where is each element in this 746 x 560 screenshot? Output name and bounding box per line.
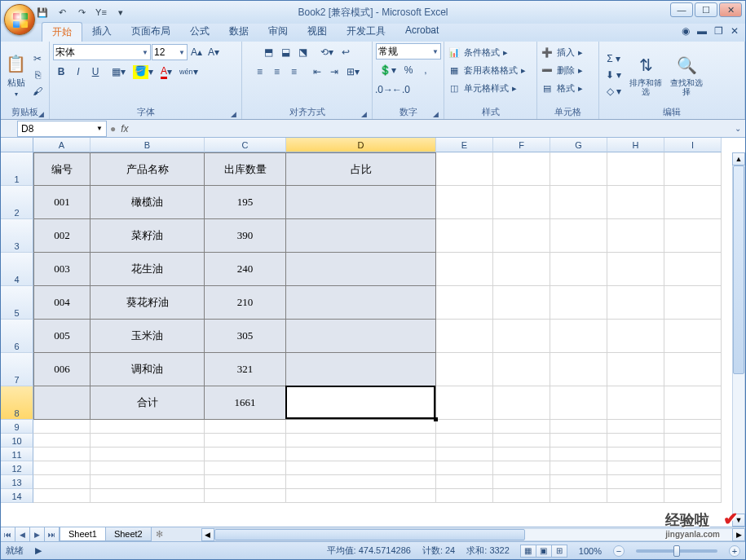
ribbon-tab-2[interactable]: 页面布局 [121, 22, 180, 42]
office-button[interactable] [4, 4, 35, 35]
cell[interactable] [550, 286, 607, 320]
doc-close-icon[interactable]: ✕ [729, 25, 740, 37]
cell[interactable] [493, 489, 550, 503]
name-box[interactable]: D8▼ [17, 121, 107, 137]
select-all-corner[interactable] [1, 138, 33, 152]
cell[interactable] [33, 448, 90, 461]
cell[interactable] [664, 475, 722, 489]
row-header[interactable]: 14 [1, 489, 33, 503]
formula-bar-expand-icon[interactable]: ⌄ [731, 124, 745, 133]
cell[interactable] [664, 461, 722, 475]
row-header[interactable]: 7 [1, 353, 33, 386]
row-header[interactable]: 2 [1, 186, 33, 219]
wrap-text-icon[interactable]: ↩ [338, 44, 354, 60]
cell[interactable]: 葵花籽油 [90, 286, 205, 320]
cell[interactable] [493, 386, 550, 420]
cell[interactable]: 195 [205, 186, 286, 219]
sheet-tab[interactable]: Sheet2 [105, 527, 152, 541]
close-button[interactable]: ✕ [719, 2, 742, 17]
zoom-slider[interactable] [636, 549, 717, 553]
row-header[interactable]: 6 [1, 320, 33, 353]
cell[interactable] [493, 448, 550, 461]
clear-icon[interactable]: ◇ ▾ [603, 83, 625, 99]
tab-nav-last-icon[interactable]: ⏭ [45, 527, 60, 541]
cell[interactable] [607, 286, 664, 320]
cell[interactable] [664, 253, 722, 286]
doc-restore-icon[interactable]: ❐ [713, 25, 724, 37]
fill-color-button[interactable]: 🪣▾ [130, 64, 157, 80]
align-bottom-icon[interactable]: ⬔ [294, 44, 311, 60]
cell[interactable] [493, 219, 550, 253]
cell[interactable] [607, 353, 664, 386]
cell[interactable] [493, 475, 550, 489]
view-normal-icon[interactable]: ▦ [520, 545, 536, 558]
cell[interactable]: 调和油 [90, 353, 205, 386]
view-layout-icon[interactable]: ▣ [536, 545, 552, 558]
cell[interactable] [436, 448, 493, 461]
cell[interactable]: 花生油 [90, 253, 205, 286]
formula-input[interactable] [134, 121, 731, 136]
cell[interactable]: 004 [33, 286, 90, 320]
cell[interactable] [286, 186, 436, 219]
cell[interactable] [33, 386, 90, 420]
cell[interactable] [286, 219, 436, 253]
column-header[interactable]: F [493, 138, 550, 152]
cell[interactable] [607, 489, 664, 503]
cell[interactable]: 占比 [286, 152, 436, 186]
vscroll-track[interactable] [732, 165, 745, 514]
cell[interactable] [436, 286, 493, 320]
clipboard-dialog-icon[interactable]: ◢ [38, 110, 44, 118]
grow-font-icon[interactable]: A▴ [188, 44, 205, 60]
sheet-tab[interactable]: Sheet1 [60, 527, 106, 541]
cell-styles-button[interactable]: ◫单元格样式 ▸ [448, 79, 533, 97]
find-select-button[interactable]: 🔍 查找和选择 [667, 46, 706, 104]
cell[interactable] [90, 489, 205, 503]
cell[interactable]: 006 [33, 353, 90, 386]
cell[interactable]: 出库数量 [205, 152, 286, 186]
cell[interactable] [286, 286, 436, 320]
column-header[interactable]: D [286, 138, 436, 152]
cell[interactable]: 编号 [33, 152, 90, 186]
ribbon-tab-1[interactable]: 插入 [82, 22, 121, 42]
cell[interactable] [664, 386, 722, 420]
cell[interactable] [436, 353, 493, 386]
sort-filter-button[interactable]: ⇅ 排序和筛选 [626, 46, 665, 104]
percent-icon[interactable]: % [400, 62, 417, 78]
ribbon-tab-3[interactable]: 公式 [180, 22, 219, 42]
cell[interactable] [33, 489, 90, 503]
cell[interactable]: 橄榄油 [90, 186, 205, 219]
vscroll-up-icon[interactable]: ▲ [732, 152, 745, 165]
cell[interactable] [205, 420, 286, 434]
merge-cells-icon[interactable]: ⊞▾ [343, 64, 363, 80]
cell[interactable] [550, 353, 607, 386]
cell[interactable]: 305 [205, 320, 286, 353]
cell[interactable] [90, 420, 205, 434]
cell[interactable] [436, 152, 493, 186]
cell[interactable] [550, 434, 607, 448]
cell[interactable] [493, 353, 550, 386]
row-header[interactable]: 8 [1, 386, 33, 420]
column-header[interactable]: B [90, 138, 205, 152]
autosum-icon[interactable]: Σ ▾ [603, 51, 625, 67]
cell[interactable]: 240 [205, 253, 286, 286]
cell[interactable] [550, 320, 607, 353]
cell[interactable]: 002 [33, 219, 90, 253]
cell[interactable] [550, 420, 607, 434]
qat-custom-icon[interactable]: Y≡ [92, 4, 110, 20]
cell[interactable] [436, 475, 493, 489]
row-header[interactable]: 12 [1, 461, 33, 475]
cell[interactable] [493, 253, 550, 286]
cell[interactable] [493, 434, 550, 448]
font-size-combo[interactable]: 12▼ [152, 44, 188, 60]
align-center-icon[interactable]: ≡ [269, 64, 285, 80]
cell[interactable]: 210 [205, 286, 286, 320]
format-cells-button[interactable]: ▤格式 ▸ [541, 79, 595, 97]
cell[interactable] [607, 448, 664, 461]
cell[interactable] [436, 434, 493, 448]
column-header[interactable]: C [205, 138, 286, 152]
ribbon-tab-8[interactable]: Acrobat [395, 22, 448, 42]
row-header[interactable]: 10 [1, 434, 33, 448]
cell[interactable] [550, 219, 607, 253]
cell[interactable] [436, 253, 493, 286]
cell[interactable] [33, 420, 90, 434]
